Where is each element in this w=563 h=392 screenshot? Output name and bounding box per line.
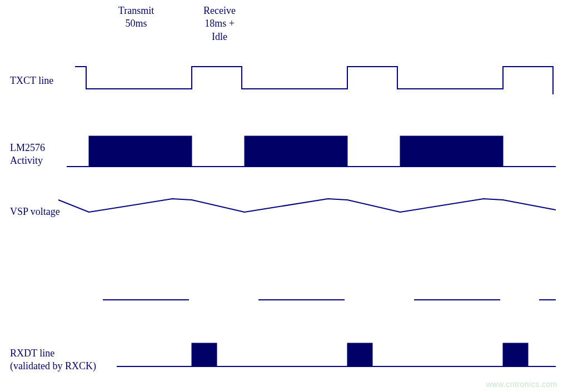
- svg-rect-1: [89, 136, 192, 167]
- signals-svg: [0, 0, 563, 392]
- svg-rect-11: [503, 343, 528, 366]
- timing-diagram: Transmit 50ms Receive 18ms + Idle TXCT l…: [0, 0, 563, 392]
- watermark: www.cntronics.com: [486, 380, 557, 389]
- svg-rect-2: [245, 136, 347, 167]
- txct-waveform: [75, 67, 553, 94]
- svg-rect-9: [192, 343, 217, 366]
- vsp-waveform: [58, 199, 556, 212]
- svg-rect-3: [400, 136, 503, 167]
- svg-rect-10: [347, 343, 372, 366]
- lm2576-waveform: [67, 136, 556, 167]
- rxdt-waveform: [117, 343, 556, 366]
